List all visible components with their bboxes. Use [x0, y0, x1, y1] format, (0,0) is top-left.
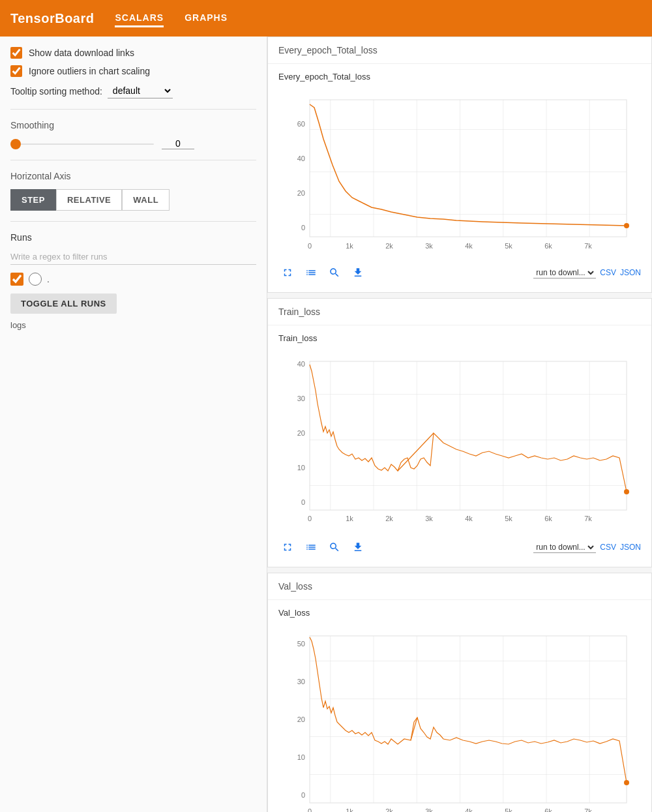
chart-download-area-1: run to downl... CSV JSON	[533, 542, 641, 553]
download-btn-1[interactable]	[349, 538, 367, 556]
svg-text:10: 10	[297, 753, 305, 761]
download-csv-1[interactable]: CSV	[600, 543, 616, 552]
run-checkbox[interactable]	[10, 273, 23, 286]
haxis-wall-btn[interactable]: WALL	[122, 189, 170, 211]
show-download-links-row[interactable]: Show data download links	[10, 47, 256, 59]
nav-graphs[interactable]: GRAPHS	[185, 10, 228, 27]
expand-icon-0	[282, 267, 293, 278]
expand-btn-0[interactable]	[278, 263, 297, 282]
chart-section-total-loss: Every_epoch_Total_loss Every_epoch_Total…	[267, 37, 652, 293]
expand-btn-1[interactable]	[278, 538, 297, 556]
tooltip-row: Tooltip sorting method: default ascendin…	[10, 83, 256, 98]
svg-text:1k: 1k	[346, 242, 353, 250]
svg-text:50: 50	[297, 640, 305, 648]
runs-title: Runs	[10, 232, 256, 243]
ignore-outliers-row[interactable]: Ignore outliers in chart scaling	[10, 65, 256, 77]
show-download-links-label: Show data download links	[29, 48, 134, 58]
svg-text:2k: 2k	[385, 515, 393, 522]
smoothing-value-input[interactable]: 0	[162, 138, 194, 149]
svg-text:0: 0	[308, 515, 312, 522]
chart-svg-1: 0 10 20 30 40 0 1k 2k 3k 4k 5k 6k	[278, 348, 641, 531]
chart-inner-0: Every_epoch_Total_loss 0 20 40 60	[268, 64, 651, 292]
nav-scalars[interactable]: SCALARS	[115, 10, 164, 27]
chart-section-title-2: Val_loss	[268, 573, 651, 600]
slider-row: 0	[10, 138, 256, 149]
chart-svg-2: 0 10 20 30 50 0 1k 2k 3k 4k 5k 6k	[278, 623, 641, 812]
main-nav: SCALARS GRAPHS	[115, 10, 228, 27]
svg-text:5k: 5k	[505, 242, 512, 250]
show-download-links-checkbox[interactable]	[10, 47, 22, 59]
download-csv-0[interactable]: CSV	[600, 268, 616, 277]
tooltip-label: Tooltip sorting method:	[10, 86, 102, 97]
svg-text:5k: 5k	[505, 515, 512, 522]
download-json-0[interactable]: JSON	[620, 268, 641, 277]
header: TensorBoard SCALARS GRAPHS	[0, 0, 652, 37]
haxis-buttons: STEP RELATIVE WALL	[10, 189, 256, 211]
chart-section-title-0: Every_epoch_Total_loss	[268, 37, 651, 64]
expand-icon-1	[282, 541, 293, 553]
ignore-outliers-label: Ignore outliers in chart scaling	[29, 66, 150, 76]
svg-text:10: 10	[297, 464, 305, 472]
zoom-btn-1[interactable]	[325, 538, 344, 556]
run-radio[interactable]	[29, 273, 42, 286]
run-select-1[interactable]: run to downl...	[533, 542, 596, 553]
chart-section-train-loss: Train_loss Train_loss 0 10 20 30	[267, 298, 652, 567]
svg-text:2k: 2k	[385, 807, 393, 812]
runs-filter-input[interactable]	[10, 249, 256, 265]
haxis-label: Horizontal Axis	[10, 171, 256, 181]
svg-text:40: 40	[297, 360, 305, 368]
tooltip-select[interactable]: default ascending descending nearest	[108, 83, 173, 98]
svg-text:3k: 3k	[425, 242, 433, 250]
svg-text:1k: 1k	[346, 515, 353, 522]
main-layout: Show data download links Ignore outliers…	[0, 37, 652, 812]
zoom-btn-0[interactable]	[325, 263, 344, 282]
ignore-outliers-checkbox[interactable]	[10, 65, 22, 77]
chart-container-0: 0 20 40 60 0 1k 2k 3k 4k 5k	[278, 87, 641, 258]
svg-text:3k: 3k	[425, 807, 433, 812]
chart-download-area-0: run to downl... CSV JSON	[533, 267, 641, 278]
svg-point-48	[624, 780, 629, 785]
smoothing-section: Smoothing 0	[10, 120, 256, 160]
svg-point-14	[624, 223, 629, 228]
download-btn-0[interactable]	[349, 263, 367, 282]
runs-controls: .	[10, 273, 256, 286]
download-icon-1	[352, 541, 364, 553]
svg-text:7k: 7k	[584, 242, 592, 250]
chart-title-2: Val_loss	[278, 608, 641, 618]
svg-text:0: 0	[308, 242, 312, 250]
haxis-step-btn[interactable]: STEP	[10, 189, 56, 211]
runs-section: Runs . TOGGLE ALL RUNS logs	[10, 232, 256, 330]
list-btn-1[interactable]	[302, 538, 320, 556]
download-json-1[interactable]: JSON	[620, 543, 641, 552]
sidebar: Show data download links Ignore outliers…	[0, 37, 267, 812]
svg-text:30: 30	[297, 395, 305, 402]
haxis-relative-btn[interactable]: RELATIVE	[56, 189, 122, 211]
app-logo: TensorBoard	[10, 11, 94, 26]
svg-rect-38	[310, 636, 627, 803]
svg-text:7k: 7k	[584, 807, 592, 812]
chart-container-2: 0 10 20 30 50 0 1k 2k 3k 4k 5k 6k	[278, 623, 641, 812]
chart-inner-1: Train_loss 0 10 20 30 40	[268, 325, 651, 567]
list-btn-0[interactable]	[302, 263, 320, 282]
svg-text:4k: 4k	[465, 515, 473, 522]
svg-text:2k: 2k	[385, 242, 393, 250]
svg-text:0: 0	[301, 498, 305, 506]
chart-svg-0: 0 20 40 60 0 1k 2k 3k 4k 5k	[278, 87, 641, 256]
svg-text:6k: 6k	[544, 515, 552, 522]
svg-text:40: 40	[297, 155, 305, 162]
chart-toolbar-0: run to downl... CSV JSON	[278, 258, 641, 284]
smoothing-slider[interactable]	[10, 143, 154, 145]
svg-text:4k: 4k	[465, 242, 473, 250]
chart-section-val-loss: Val_loss Val_loss 0 10 20 30 50	[267, 573, 652, 812]
options-section: Show data download links Ignore outliers…	[10, 47, 256, 110]
smoothing-label: Smoothing	[10, 120, 256, 130]
svg-text:6k: 6k	[544, 807, 552, 812]
svg-text:6k: 6k	[544, 242, 552, 250]
svg-text:5k: 5k	[505, 807, 512, 812]
svg-text:0: 0	[308, 807, 312, 812]
toggle-all-runs-button[interactable]: TOGGLE ALL RUNS	[10, 293, 117, 314]
chart-title-1: Train_loss	[278, 333, 641, 343]
chart-container-1: 0 10 20 30 40 0 1k 2k 3k 4k 5k 6k	[278, 348, 641, 533]
chart-title-0: Every_epoch_Total_loss	[278, 72, 641, 82]
run-select-0[interactable]: run to downl...	[533, 267, 596, 278]
